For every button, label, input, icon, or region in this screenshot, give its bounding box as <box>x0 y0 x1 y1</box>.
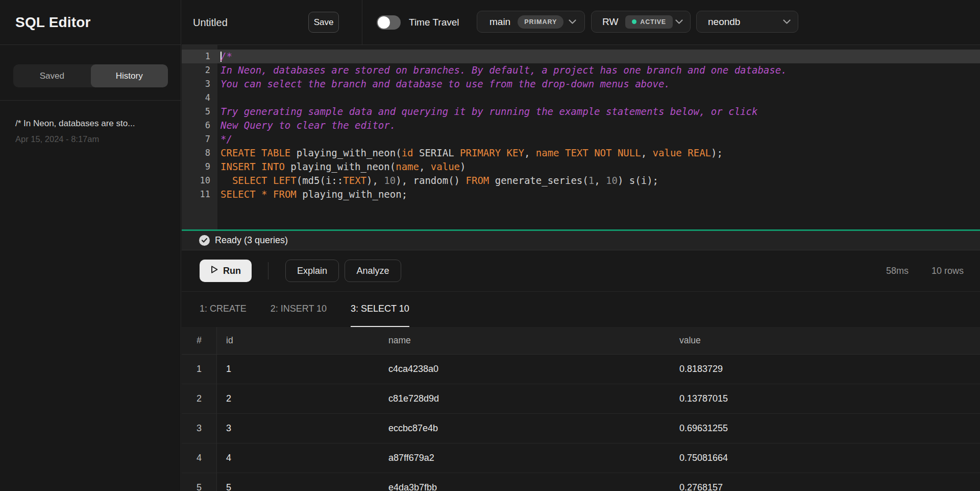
line-number: 1 <box>182 50 217 63</box>
code-token: REAL <box>688 147 711 158</box>
database-name: neondb <box>708 16 740 28</box>
code-token: SELECT LEFT <box>232 175 297 186</box>
ready-status-text: Ready (3 queries) <box>215 235 288 246</box>
sidebar-header: SQL Editor <box>0 0 181 45</box>
table-row[interactable]: 44a87ff679a20.75081664 <box>182 443 980 473</box>
table-cell: 0.8183729 <box>670 355 980 384</box>
editor-lines: 1/*2In Neon, databases are stored on bra… <box>182 45 980 201</box>
table-cell: 0.13787015 <box>670 384 980 413</box>
explain-button[interactable]: Explain <box>285 260 339 282</box>
table-header-row: #idnamevalue <box>182 327 980 355</box>
code-token: FROM <box>466 175 489 186</box>
code-token: 10 <box>606 175 618 186</box>
code-token: ), random() <box>396 175 465 186</box>
line-number: 6 <box>182 119 217 132</box>
compute-dropdown[interactable]: RW ACTIVE <box>591 11 691 33</box>
code-token: TEXT NOT NULL <box>565 147 641 158</box>
table-cell: 0.69631255 <box>670 414 980 443</box>
code-token <box>559 147 565 158</box>
code-token: */ <box>220 133 232 145</box>
line-number: 11 <box>182 188 217 201</box>
branch-primary-badge: PRIMARY <box>518 15 564 29</box>
table-row[interactable]: 22c81e728d9d0.13787015 <box>182 384 980 414</box>
code-token: , <box>641 147 653 158</box>
table-cell: 0.75081664 <box>670 443 980 473</box>
table-cell: 5 <box>182 473 217 491</box>
code-token: SERIAL <box>413 147 460 158</box>
active-status-dot-icon <box>632 19 636 24</box>
line-number: 2 <box>182 63 217 77</box>
table-cell: 4 <box>217 443 379 473</box>
editor-line: 7*/ <box>182 132 980 146</box>
table-row[interactable]: 11c4ca4238a00.8183729 <box>182 355 980 384</box>
table-cell: e4da3b7fbb <box>379 473 670 491</box>
table-cell: 2 <box>182 384 217 413</box>
branch-dropdown[interactable]: main PRIMARY <box>477 11 585 33</box>
editor-line: 8CREATE TABLE playing_with_neon(id SERIA… <box>182 146 980 160</box>
code-token: New Query to clear the editor. <box>220 120 396 131</box>
sidebar-tabs-wrap: SavedHistory <box>0 45 181 101</box>
code-token: SELECT <box>220 189 256 200</box>
line-number: 8 <box>182 146 217 160</box>
code-token: generate_series( <box>489 175 588 186</box>
code-token: value <box>431 161 460 172</box>
analyze-button[interactable]: Analyze <box>345 260 401 282</box>
editor-line: 2In Neon, databases are stored on branch… <box>182 63 980 77</box>
time-travel-toggle[interactable] <box>377 15 401 30</box>
line-code: In Neon, databases are stored on branche… <box>217 63 787 77</box>
line-number: 3 <box>182 77 217 91</box>
actions-divider <box>268 262 268 279</box>
code-token: FROM <box>273 189 297 200</box>
code-token: playing_with_neon( <box>285 161 396 172</box>
code-token: ) <box>460 161 465 172</box>
query-title: Untitled <box>193 0 228 45</box>
code-token <box>267 189 273 200</box>
table-cell: a87ff679a2 <box>379 443 670 473</box>
database-dropdown[interactable]: neondb <box>696 11 798 33</box>
table-cell: 1 <box>217 355 379 384</box>
history-list-item[interactable]: /* In Neon, databases are sto...Apr 15, … <box>15 118 165 144</box>
table-row[interactable]: 55e4da3b7fbb0.2768157 <box>182 473 980 491</box>
line-code: SELECT LEFT(md5(i::TEXT), 10), random() … <box>217 174 658 188</box>
check-circle-icon <box>199 235 210 246</box>
editor-line: 9INSERT INTO playing_with_neon(name, val… <box>182 160 980 174</box>
table-cell: 0.2768157 <box>670 473 980 491</box>
table-cell: c4ca4238a0 <box>379 355 670 384</box>
table-cell: 3 <box>217 414 379 443</box>
code-token: (md5(i:: <box>297 175 344 186</box>
line-code: INSERT INTO playing_with_neon(name, valu… <box>217 160 466 174</box>
branch-name: main <box>489 16 510 28</box>
editor-line: 4 <box>182 91 980 105</box>
compute-status-text: ACTIVE <box>640 18 666 26</box>
result-tab-2-insert-10[interactable]: 2: INSERT 10 <box>271 292 327 327</box>
save-button[interactable]: Save <box>308 12 339 33</box>
line-code: SELECT * FROM playing_with_neon; <box>217 188 407 201</box>
compute-status-badge: ACTIVE <box>625 15 673 29</box>
result-tab-1-create[interactable]: 1: CREATE <box>200 292 247 327</box>
sidebar: SQL Editor SavedHistory /* In Neon, data… <box>0 0 181 491</box>
line-code: Try generating sample data and querying … <box>217 105 757 119</box>
table-row[interactable]: 33eccbc87e4b0.69631255 <box>182 414 980 443</box>
code-token <box>682 147 688 158</box>
code-token: TEXT <box>343 175 366 186</box>
sidebar-tab-history[interactable]: History <box>91 64 168 87</box>
code-editor[interactable]: 1/*2In Neon, databases are stored on bra… <box>182 45 980 229</box>
row-count: 10 rows <box>932 250 964 291</box>
toggle-knob-icon <box>378 16 390 29</box>
editor-line: 3You can select the branch and database … <box>182 77 980 91</box>
code-token: * <box>261 189 267 200</box>
code-token: name <box>396 161 419 172</box>
play-icon <box>210 265 218 276</box>
topbar: Untitled Save Time Travel main PRIMARY R… <box>182 0 980 45</box>
code-token: ) s(i); <box>618 175 658 186</box>
column-header-row-number: # <box>182 327 217 354</box>
run-button[interactable]: Run <box>200 260 252 282</box>
editor-line: 6New Query to clear the editor. <box>182 119 980 132</box>
sidebar-tab-saved[interactable]: Saved <box>13 64 91 87</box>
column-header-id: id <box>217 327 379 354</box>
result-tab-3-select-10[interactable]: 3: SELECT 10 <box>351 292 409 327</box>
line-number: 4 <box>182 91 217 105</box>
editor-line: 1/* <box>182 50 980 63</box>
code-token <box>220 175 232 186</box>
query-duration: 58ms <box>886 250 909 291</box>
